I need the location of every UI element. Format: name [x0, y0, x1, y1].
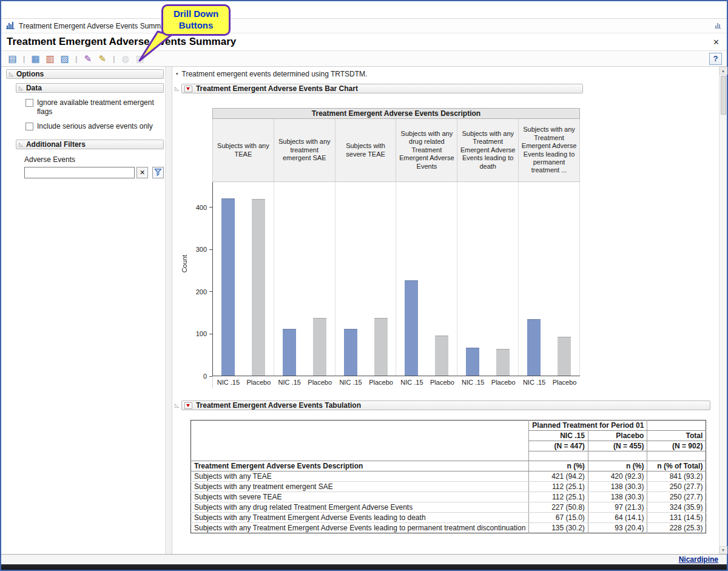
- sidebar-checkbox-list: Ignore available treatment emergent flag…: [6, 98, 165, 131]
- disclosure-triangle-icon[interactable]: ◺: [19, 86, 23, 91]
- row-header-cell: Treatment Emergent Adverse Events Descri…: [191, 461, 529, 471]
- scrollbar-thumb[interactable]: [721, 76, 726, 115]
- data-outline-header[interactable]: ◺ Data: [16, 83, 164, 93]
- report-button[interactable]: ▤: [6, 52, 19, 65]
- report-icon: ▤: [8, 54, 16, 63]
- x-tick-labels: NIC .15Placebo: [457, 376, 519, 388]
- value-cell: 64 (14.1): [588, 513, 647, 523]
- row-label-cell: Subjects with any Treatment Emergent Adv…: [191, 523, 529, 533]
- disclosure-triangle-icon[interactable]: ◺: [175, 86, 179, 92]
- chart-category-header: Subjects with any Treatment Emergent Adv…: [457, 119, 519, 182]
- checkbox[interactable]: [25, 123, 33, 130]
- measure-header-cell: n (%): [529, 461, 588, 471]
- table-row: Subjects with any Treatment Emergent Adv…: [191, 523, 706, 533]
- options-label: Options: [16, 70, 44, 78]
- value-cell: 138 (30.3): [588, 482, 647, 492]
- value-cell: 227 (50.8): [529, 502, 588, 513]
- window-top-strip: [1, 1, 727, 18]
- y-tick: 100: [196, 330, 212, 337]
- red-triangle-menu-button[interactable]: [184, 86, 192, 92]
- report-area: • Treatment emergent events determined u…: [172, 67, 719, 554]
- script-button[interactable]: ✎: [96, 52, 109, 65]
- y-axis-title: Count: [181, 255, 188, 272]
- table-row: Subjects with any TEAE421 (94.2)420 (92.…: [191, 471, 706, 482]
- chart-columns: Subjects with any TEAENIC .15PlaceboSubj…: [212, 119, 580, 388]
- callout-tail: [136, 30, 174, 65]
- bar-placebo[interactable]: [435, 336, 448, 376]
- scroll-up-icon[interactable]: ▲: [720, 67, 727, 75]
- globe-icon: ◍: [121, 54, 129, 63]
- chart-category-header: Subjects with severe TEAE: [335, 119, 397, 182]
- red-triangle-icon: [186, 404, 190, 409]
- bar-nic-15[interactable]: [221, 198, 235, 376]
- x-tick-label: NIC .15: [336, 379, 365, 388]
- y-tick: 400: [196, 204, 212, 211]
- disclosure-triangle-icon[interactable]: ◺: [175, 403, 179, 408]
- save-report-button[interactable]: ▨: [58, 52, 71, 65]
- app-chart-icon: [6, 21, 15, 31]
- y-tick: 300: [196, 246, 212, 253]
- bar-nic-15[interactable]: [527, 319, 541, 376]
- chart-category-column: Subjects with any Treatment Emergent Adv…: [457, 119, 519, 388]
- disclosure-triangle-icon[interactable]: ◺: [19, 142, 23, 147]
- bar-nic-15[interactable]: [466, 348, 479, 376]
- chart-category-header: Subjects with any Treatment Emergent Adv…: [519, 119, 580, 182]
- scroll-down-icon[interactable]: ▼: [720, 546, 727, 554]
- value-cell: 97 (21.3): [588, 502, 647, 513]
- bar-placebo[interactable]: [313, 318, 326, 376]
- blank-cell: [647, 421, 706, 431]
- bar-chart: Count 0100200300400 Treatment Emergent A…: [180, 108, 719, 388]
- value-cell: 250 (27.7): [647, 492, 706, 502]
- toolbar: ▤|▦▥▨|✎✎|◍▥ ?: [1, 50, 727, 67]
- measure-header-cell: n (% of Total): [647, 461, 706, 471]
- bullet-icon: •: [176, 70, 178, 78]
- options-outline-header[interactable]: ◺ Options: [6, 69, 164, 79]
- value-cell: 112 (25.1): [529, 482, 588, 492]
- row-label-cell: Subjects with any TEAE: [191, 471, 529, 482]
- page-title: Treatment Emergent Adverse Events Summar…: [7, 36, 236, 48]
- checkbox-label: Ignore available treatment emergent flag…: [37, 98, 161, 117]
- adverse-events-label: Adverse Events: [24, 155, 165, 164]
- tabulation-outline-bar[interactable]: Treatment Emergent Adverse Events Tabula…: [181, 400, 710, 410]
- value-cell: 138 (30.3): [588, 492, 647, 502]
- panel-splitter[interactable]: [165, 67, 172, 554]
- study-link[interactable]: Nicardipine: [679, 555, 718, 564]
- checkbox[interactable]: [25, 99, 33, 107]
- notes-button[interactable]: ✎: [81, 52, 94, 65]
- funnel-icon: [154, 168, 162, 177]
- globe-button[interactable]: ◍: [119, 52, 132, 65]
- bar-placebo[interactable]: [252, 199, 265, 376]
- close-icon[interactable]: ✕: [711, 38, 721, 47]
- clear-filter-button[interactable]: ✕: [136, 167, 148, 178]
- x-tick-labels: NIC .15Placebo: [213, 376, 274, 388]
- value-cell: 67 (15.0): [529, 513, 588, 523]
- measure-header-cell: n (%): [588, 461, 647, 471]
- x-tick-label: Placebo: [305, 379, 334, 388]
- chart-plot-cell: [457, 182, 519, 376]
- y-tick: 200: [196, 288, 212, 296]
- additional-filters-outline-header[interactable]: ◺ Additional Filters: [16, 140, 164, 149]
- options-panel: ◺ Options ◺ Data Ignore available treatm…: [1, 67, 165, 554]
- value-cell: 420 (92.3): [588, 471, 647, 482]
- bar-placebo[interactable]: [496, 349, 510, 376]
- journal-button[interactable]: ▥: [44, 52, 56, 65]
- bar-placebo[interactable]: [558, 337, 571, 376]
- adverse-events-input[interactable]: [24, 167, 135, 178]
- clear-icon: ✕: [140, 169, 145, 177]
- data-table-button[interactable]: ▦: [29, 52, 42, 65]
- red-triangle-menu-button[interactable]: [184, 402, 192, 409]
- help-button[interactable]: ?: [709, 53, 722, 65]
- vertical-scrollbar[interactable]: ▲ ▼: [719, 67, 727, 554]
- x-tick-label: NIC .15: [275, 379, 304, 388]
- disclosure-triangle-icon[interactable]: ◺: [9, 72, 13, 77]
- bar-nic-15[interactable]: [405, 280, 418, 376]
- bar-nic-15[interactable]: [283, 329, 296, 376]
- chart-plot-cell: [519, 182, 580, 376]
- group-header-cell: Planned Treatment for Period 01: [529, 421, 647, 431]
- x-tick-label: Placebo: [428, 379, 457, 388]
- bar-placebo[interactable]: [374, 318, 388, 376]
- apply-filter-button[interactable]: [152, 167, 164, 178]
- bar-nic-15[interactable]: [344, 329, 357, 376]
- chart-category-header: Subjects with any treatment emergent SAE: [274, 119, 335, 182]
- bar-chart-outline-bar[interactable]: Treatment Emergent Adverse Events Bar Ch…: [181, 84, 583, 93]
